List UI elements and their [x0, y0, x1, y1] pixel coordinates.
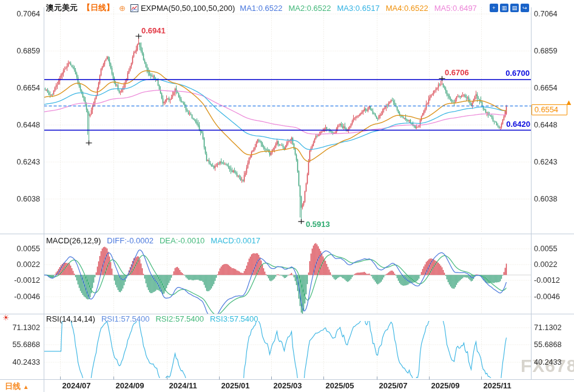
current-price-tag: 0.6554	[532, 104, 567, 115]
date-label: 2025/09	[431, 381, 460, 390]
axis-label: 0.7064	[534, 10, 558, 18]
chart-header: 澳元美元 【日线】 ⊕ EXPMA(50,50,100,50,200) MA1:…	[46, 3, 488, 13]
axis-label: 0.0022	[0, 260, 40, 269]
axis-label: 40.2433	[0, 358, 40, 367]
axis-label: 0.6448	[0, 121, 40, 129]
axis-label: 0.6038	[0, 195, 40, 203]
pan-crosshair-icon[interactable]: +	[490, 4, 498, 12]
period-tag[interactable]: 【日线】	[83, 2, 114, 13]
axis-label: 0.6654	[0, 84, 40, 92]
ma-value: MA4:0.6522	[386, 4, 428, 13]
axis-label: 0.6243	[534, 158, 558, 166]
date-label: 2024/09	[116, 381, 144, 390]
period-selector[interactable]: 日线 ▲	[5, 381, 29, 392]
ma-value: MA5:0.6497	[434, 4, 477, 13]
add-indicator-icon[interactable]: ⊕	[119, 4, 126, 13]
axis-label: 55.6868	[534, 340, 562, 349]
trading-chart-app: 澳元美元 【日线】 ⊕ EXPMA(50,50,100,50,200) MA1:…	[0, 0, 574, 392]
date-label: 2025/07	[379, 381, 408, 390]
date-label: 2025/03	[274, 381, 302, 390]
axis-label: 55.6868	[0, 340, 40, 349]
axis-label: -0.0046	[534, 292, 560, 301]
macd-header: MACD(26,12,9) DIFF:-0.0002 DEA:-0.0010 M…	[46, 236, 266, 245]
macd-diff-value: DIFF:-0.0002	[107, 236, 154, 245]
period-selector-arrow-icon: ▲	[23, 384, 29, 390]
date-label: 2025/05	[326, 381, 354, 390]
chart-toolbar: +▥▤↪	[490, 4, 529, 12]
indicator-window-icon[interactable]: ▥	[500, 4, 508, 12]
indicator-formula: EXPMA(50,50,100,50,200)	[141, 4, 235, 13]
rsi2-value: RSI2:57.5400	[155, 314, 204, 323]
date-label: 2025/01	[221, 381, 250, 390]
hotspot-icon[interactable]: ☀	[2, 313, 10, 322]
ma-value: MA3:0.6517	[337, 4, 380, 13]
rsi-header: RSI(14,14,14) RSI1:57.5400 RSI2:57.5400 …	[46, 314, 264, 323]
resistance-level-label: 0.6700	[505, 69, 530, 78]
rsi-title: RSI(14,14,14)	[46, 314, 95, 323]
axis-label: 0.6038	[534, 195, 558, 203]
axis-label: 0.6654	[534, 84, 558, 92]
rsi1-value: RSI1:57.5400	[101, 314, 150, 323]
indicator-chart-icon	[130, 4, 138, 12]
ma-values: MA1:0.6522MA2:0.6522MA3:0.6517MA4:0.6522…	[240, 4, 483, 13]
price-chart-canvas[interactable]	[0, 0, 574, 392]
ma-value: MA1:0.6522	[240, 4, 282, 13]
annotation-high-2024: 0.6941	[141, 26, 166, 35]
axis-label: 0.6859	[0, 47, 40, 55]
scale-mode-icon[interactable]: ▤	[510, 4, 519, 12]
rsi3-value: RSI3:57.5400	[210, 314, 258, 323]
date-label: 2024/07	[62, 381, 91, 390]
ma-value: MA2:0.6522	[288, 4, 331, 13]
price-alert-arrow-icon: ▲	[565, 98, 573, 107]
macd-dea-value: DEA:-0.0010	[160, 236, 204, 245]
macd-title: MACD(26,12,9)	[46, 236, 101, 245]
axis-label: 40.2433	[534, 358, 562, 367]
axis-label: -0.0046	[0, 292, 40, 301]
axis-label: 0.0022	[534, 260, 558, 269]
axis-label: 0.7064	[0, 10, 40, 18]
axis-label: 0.0055	[534, 245, 558, 253]
symbol-title: 澳元美元	[46, 2, 78, 13]
axis-label: 71.1302	[0, 323, 40, 332]
date-label: 2025/11	[484, 381, 512, 390]
axis-label: -0.0012	[0, 276, 40, 285]
axis-label: 0.6243	[0, 158, 40, 166]
annotation-high-2025: 0.6706	[445, 68, 469, 77]
macd-macd-value: MACD:0.0017	[211, 236, 260, 245]
axis-label: 71.1302	[534, 323, 562, 332]
axis-label: 0.6448	[534, 121, 558, 129]
axis-label: 0.6859	[534, 47, 558, 55]
date-label: 2024/11	[169, 381, 197, 390]
support-level-label: 0.6420	[506, 120, 530, 129]
axis-label: -0.0012	[534, 276, 560, 285]
axis-label: 0.0055	[0, 245, 40, 253]
annotation-low-2025: 0.5913	[306, 220, 330, 229]
forward-icon[interactable]: ↪	[521, 4, 529, 12]
period-selector-label: 日线	[5, 382, 21, 391]
